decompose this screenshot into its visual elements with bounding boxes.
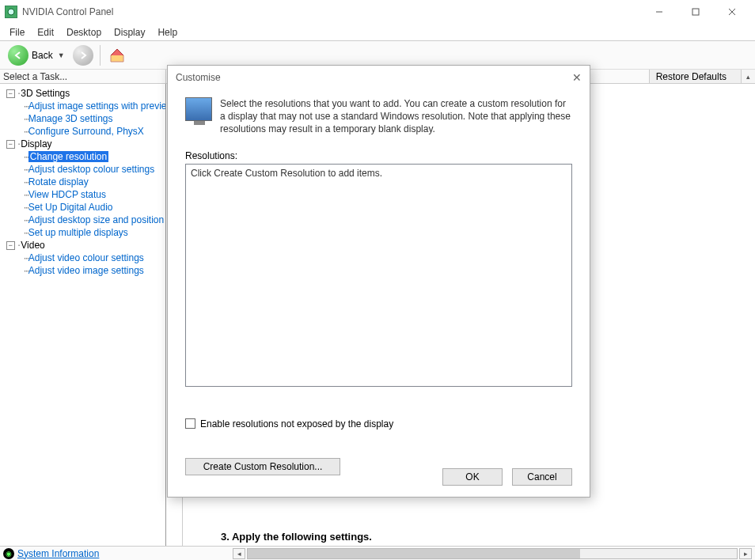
svg-rect-2 [692,9,699,15]
svg-point-0 [8,9,14,15]
tree-item-adjust-video-colour[interactable]: Adjust video colour settings [28,252,144,263]
tree-item-rotate-display[interactable]: Rotate display [28,176,89,187]
dialog-title: Customise [176,72,221,83]
menu-display[interactable]: Display [108,25,151,40]
window-close-button[interactable] [714,0,750,24]
tree-item-adjust-video-image[interactable]: Adjust video image settings [28,265,144,276]
menu-file[interactable]: File [3,25,31,40]
customise-dialog: Customise ✕ Select the resolutions that … [167,65,590,498]
tree-item-view-hdcp[interactable]: View HDCP status [28,189,106,200]
select-task-label: Select a Task... [0,70,166,83]
resolutions-placeholder: Click Create Custom Resolution to add it… [191,168,382,179]
tree-collapse-3d[interactable]: − [6,89,15,98]
window-title: NVIDIA Control Panel [22,6,641,17]
back-label: Back [32,50,53,61]
dialog-ok-button[interactable]: OK [442,468,503,486]
tree-item-multiple-displays[interactable]: Set up multiple displays [28,227,128,238]
tree-item-adjust-size-position[interactable]: Adjust desktop size and position [28,214,164,225]
tree-group-3d-settings: 3D Settings [21,88,70,99]
tree-group-display: Display [21,138,51,149]
tree-item-change-resolution[interactable]: Change resolution [28,151,108,162]
forward-button[interactable] [73,45,93,66]
dialog-cancel-button[interactable]: Cancel [512,468,572,486]
menu-desktop[interactable]: Desktop [60,25,108,40]
system-information-link[interactable]: System Information [17,548,99,559]
window-minimize-button[interactable] [641,0,677,24]
scroll-thumb[interactable] [248,549,580,558]
nvidia-app-icon [5,6,17,18]
dialog-close-button[interactable]: ✕ [572,71,582,84]
enable-resolutions-checkbox[interactable] [185,418,195,429]
resolutions-label: Resolutions: [185,150,572,161]
tree-item-digital-audio[interactable]: Set Up Digital Audio [28,202,113,213]
window-maximize-button[interactable] [677,0,714,24]
resolutions-listbox[interactable]: Click Create Custom Resolution to add it… [185,164,572,387]
content-horizontal-scrollbar[interactable]: ◂ ▸ [233,548,752,559]
restore-defaults-button[interactable]: Restore Defaults [649,70,741,83]
content-scroll-up[interactable]: ▴ [741,70,755,83]
home-button[interactable] [107,45,127,66]
scroll-track[interactable] [247,548,738,559]
back-history-dropdown[interactable]: ▼ [56,51,66,59]
scroll-left-button[interactable]: ◂ [233,548,245,559]
tree-item-adjust-image-settings[interactable]: Adjust image settings with preview [28,100,166,112]
window-titlebar: NVIDIA Control Panel [0,0,755,24]
content-step-3-label: 3. Apply the following settings. [221,531,372,543]
tree-item-configure-surround[interactable]: Configure Surround, PhysX [28,126,144,137]
task-tree-sidebar: −·3D Settings ⋯Adjust image settings wit… [0,84,166,546]
tree-item-manage-3d[interactable]: Manage 3D settings [28,113,113,124]
menu-bar: File Edit Desktop Display Help [0,24,755,41]
system-information-icon: ◉ [3,548,14,559]
tree-collapse-video[interactable]: − [6,241,15,250]
status-bar: ◉ System Information ◂ ▸ [0,546,755,560]
enable-resolutions-label: Enable resolutions not exposed by the di… [200,418,393,429]
back-button[interactable]: Back ▼ [5,44,70,67]
tree-collapse-display[interactable]: − [6,140,15,149]
toolbar-separator [100,45,101,66]
tree-group-video: Video [21,240,44,251]
monitor-icon [185,97,212,121]
scroll-right-button[interactable]: ▸ [739,548,752,559]
dialog-intro-text: Select the resolutions that you want to … [220,97,572,136]
back-arrow-icon [8,45,28,66]
menu-edit[interactable]: Edit [31,25,60,40]
create-custom-resolution-button[interactable]: Create Custom Resolution... [185,458,340,475]
menu-help[interactable]: Help [151,25,184,40]
tree-item-adjust-desktop-colour[interactable]: Adjust desktop colour settings [28,164,154,175]
